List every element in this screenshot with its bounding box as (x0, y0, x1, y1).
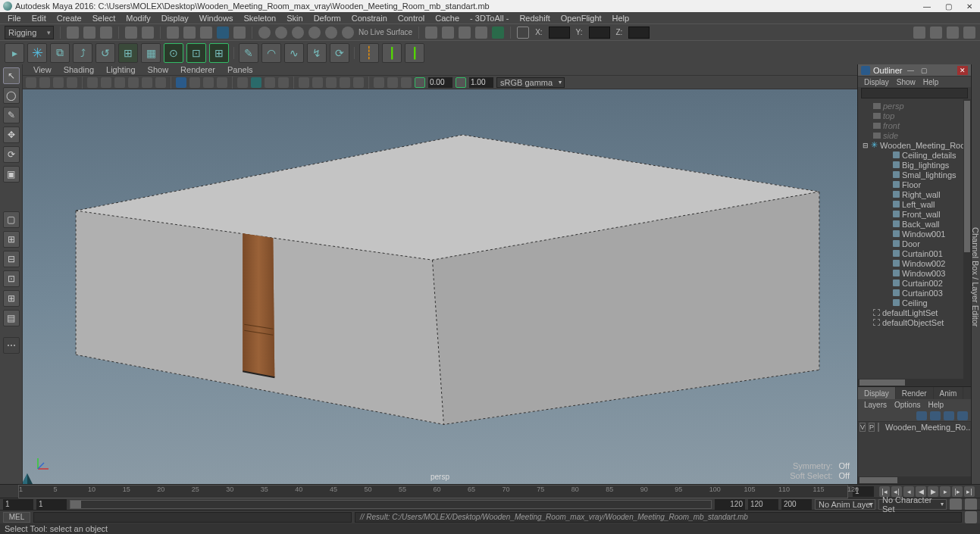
shelf-tab-selector-icon[interactable]: ▸ (5, 43, 24, 63)
shadows-icon[interactable] (217, 77, 227, 88)
workspace-selector[interactable]: Rigging (5, 26, 54, 39)
hypershade-icon[interactable] (492, 27, 504, 39)
layout-single-icon[interactable]: ▢ (3, 211, 20, 228)
shelf-skeleton-icon[interactable]: ⊞ (209, 43, 229, 63)
history-toggle-icon[interactable] (425, 27, 437, 39)
layer-down-icon[interactable] (957, 411, 968, 420)
camera-select-icon[interactable] (26, 77, 36, 88)
render-frame-icon[interactable] (442, 27, 454, 39)
maximize-button[interactable]: ▢ (938, 0, 959, 12)
tree-item[interactable]: Curtain002 (859, 278, 971, 288)
tree-item[interactable]: Big_lightings (859, 160, 971, 170)
layout-three-icon[interactable]: ⊞ (3, 290, 20, 307)
x-axis-input[interactable] (549, 27, 570, 39)
wireframe-icon[interactable] (176, 77, 186, 88)
shelf-ruler-icon[interactable] (359, 43, 379, 63)
script-editor-icon[interactable] (965, 511, 977, 523)
outliner-menu-display[interactable]: Display (861, 78, 892, 86)
shelf-joint-icon[interactable]: ⊙ (164, 43, 183, 63)
tree-item[interactable]: Ceiling_details (859, 150, 971, 160)
lasso-tool-icon[interactable]: ◯ (3, 87, 20, 104)
range-track[interactable] (70, 500, 712, 509)
shelf-deformer-icon[interactable] (27, 43, 47, 63)
layout-expert-icon[interactable] (947, 27, 959, 39)
panel-menu-show[interactable]: Show (143, 65, 174, 74)
tree-expander-icon[interactable] (884, 171, 891, 178)
outliner-minimize-button[interactable]: — (906, 66, 916, 75)
tree-expander-icon[interactable] (884, 240, 891, 247)
tree-expander-icon[interactable] (884, 220, 891, 227)
viewport-persp[interactable]: persp Symmetry:Off Soft Select:Off (23, 89, 857, 484)
tree-expander-icon[interactable] (884, 260, 891, 267)
layout-four-icon[interactable]: ⊞ (3, 231, 20, 248)
exposure-value[interactable]: 0.00 (428, 77, 452, 88)
layer-hscroll[interactable] (858, 476, 971, 484)
tab-render[interactable]: Render (896, 387, 934, 399)
snap-plane-icon[interactable] (308, 27, 321, 39)
snap-curve-icon[interactable] (275, 27, 287, 39)
menu-modify[interactable]: Modify (121, 14, 155, 23)
shelf-sculpt-icon[interactable]: ∿ (284, 43, 304, 63)
outliner-menu-show[interactable]: Show (894, 78, 919, 86)
menu-create[interactable]: Create (52, 14, 86, 23)
tree-expander-icon[interactable] (884, 181, 891, 188)
range-end-inner[interactable]: 120 (748, 499, 778, 510)
layer-row[interactable]: V P Wooden_Meeting_Ro... (858, 422, 971, 433)
range-thumb[interactable] (70, 501, 81, 508)
layer-menu-layers[interactable]: Layers (861, 401, 890, 409)
layer-visible-toggle[interactable]: V (859, 423, 866, 432)
side-tabs[interactable]: Channel Box / Layer Editor (971, 64, 980, 484)
dof-icon[interactable] (340, 77, 350, 88)
tree-item[interactable]: Window003 (859, 268, 971, 278)
ipr-render-icon[interactable] (459, 27, 471, 39)
menu-edit[interactable]: Edit (27, 14, 51, 23)
outliner-maximize-button[interactable]: ▢ (919, 66, 930, 75)
shelf-vscroll-icon[interactable] (969, 43, 975, 63)
goto-end-button[interactable]: ▸| (964, 486, 975, 497)
xray-joints-icon[interactable] (278, 77, 289, 88)
tree-item[interactable]: Window001 (859, 229, 971, 239)
save-scene-icon[interactable] (100, 27, 112, 39)
tree-item[interactable]: Smal_lightings (859, 170, 971, 180)
tab-anim[interactable]: Anim (934, 387, 964, 399)
tree-expander-icon[interactable] (884, 191, 891, 198)
outliner-search-input[interactable] (861, 88, 968, 98)
menu-file[interactable]: File (3, 14, 26, 23)
script-language-toggle[interactable]: MEL (3, 512, 30, 523)
undo-icon[interactable] (125, 27, 137, 39)
layout-two-v-icon[interactable]: ⊡ (3, 270, 20, 287)
select-mode-icon[interactable] (167, 27, 179, 39)
outliner-vscroll[interactable] (963, 99, 971, 379)
paint-tool-icon[interactable]: ✎ (3, 107, 20, 123)
textured-icon[interactable] (251, 77, 261, 88)
tree-expander-icon[interactable] (884, 250, 891, 257)
tree-item[interactable]: Left_wall (859, 199, 971, 209)
menu-display[interactable]: Display (157, 14, 193, 23)
menu-windows[interactable]: Windows (195, 14, 238, 23)
shelf-curve-icon[interactable]: ✎ (239, 43, 258, 63)
scale-tool-icon[interactable]: ▣ (3, 166, 20, 183)
layout-standard-icon[interactable] (930, 27, 942, 39)
tree-expander-icon[interactable] (884, 279, 891, 286)
film-gate-icon[interactable] (101, 77, 111, 88)
use-lights-icon[interactable] (203, 77, 214, 88)
menu-skeleton[interactable]: Skeleton (239, 14, 280, 23)
layer-playback-toggle[interactable]: P (869, 423, 875, 432)
exposure-b-icon[interactable] (387, 77, 398, 88)
exposure-c-icon[interactable] (401, 77, 412, 88)
light-icon[interactable] (299, 77, 309, 88)
gamma-lock-icon[interactable] (456, 77, 466, 88)
step-forward-key-button[interactable]: |▸ (952, 486, 963, 497)
layout-custom-icon[interactable] (963, 27, 975, 39)
menu-3dtoall[interactable]: - 3DToAll - (465, 14, 513, 23)
autokey-toggle-icon[interactable] (950, 498, 962, 511)
tree-expander-icon[interactable] (884, 230, 891, 237)
layout-more-icon[interactable]: ⋯ (3, 337, 20, 354)
lasso-mode-icon[interactable] (183, 27, 196, 39)
field-chart-icon[interactable] (142, 77, 152, 88)
tree-expander-icon[interactable] (884, 270, 891, 276)
xray-icon[interactable] (265, 77, 275, 88)
paint-select-icon[interactable] (200, 27, 212, 39)
exposure-a-icon[interactable] (374, 77, 384, 88)
safe-action-icon[interactable] (155, 77, 166, 88)
